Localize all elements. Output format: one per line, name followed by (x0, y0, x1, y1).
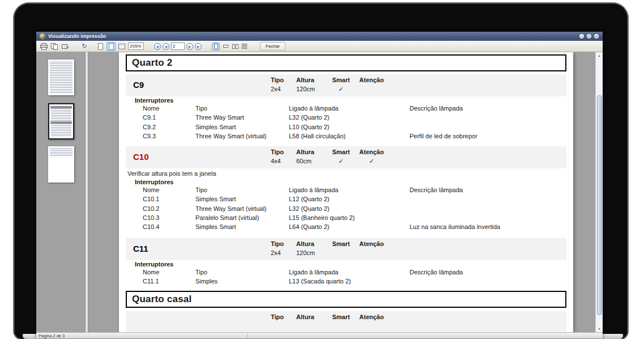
col-header-altura: Altura (296, 149, 314, 155)
cell-tipo: Three Way Smart (195, 114, 244, 121)
th-tipo: Tipo (195, 105, 207, 112)
single-page-layout-icon[interactable] (212, 43, 220, 50)
cell-nome: C10.3 (143, 214, 159, 221)
circuit-tipo: 2x4 (271, 249, 281, 256)
switch-table-title: Interruptores (135, 96, 566, 104)
th-ligado: Ligado à lâmpada (289, 269, 338, 276)
switch-table-title: Interruptores (135, 178, 566, 186)
refresh-icon[interactable]: ↻ (80, 42, 89, 51)
circuit-smart-check: ✓ (329, 158, 353, 165)
circuit-name: C11 (133, 244, 148, 253)
circuit-tipo: 4x4 (271, 158, 281, 164)
switch-table-c10: Interruptores Nome Tipo Ligado à lâmpada… (126, 178, 566, 232)
page-view-icon[interactable] (96, 42, 105, 51)
page-number-input[interactable] (171, 43, 185, 50)
circuit-altura: 60cm (296, 158, 312, 164)
cell-nome: C11.1 (143, 278, 159, 285)
th-nome: Nome (143, 269, 159, 276)
switch-table-c11: Interruptores Nome Tipo Ligado à lâmpada… (126, 260, 566, 287)
page-width-view-icon[interactable] (106, 42, 116, 51)
zoom-input[interactable] (128, 43, 144, 50)
vertical-scrollbar[interactable]: ▲ ▼ (595, 52, 603, 332)
full-page-view-icon[interactable] (117, 42, 126, 51)
refresh-group: ↻ (80, 42, 89, 51)
close-window-button[interactable]: × (594, 33, 599, 39)
switch-table-header: Nome Tipo Ligado à lâmpada Descrição lâm… (126, 104, 566, 113)
page-thumbnail-1[interactable] (48, 60, 74, 95)
next-page-button[interactable]: ▶ (186, 43, 193, 50)
thumbnail-sidebar (36, 52, 85, 332)
last-page-button[interactable]: ▶ (195, 43, 202, 50)
cell-nome: C9.1 (143, 114, 156, 121)
maximize-button[interactable]: □ (586, 33, 592, 39)
circuit-altura: 120cm (296, 86, 315, 92)
cell-tipo: Simples Smart (195, 196, 236, 202)
col-header-smart: Smart (329, 240, 353, 247)
circuit-header-c11: C11 Tipo Altura Smart Atenção 2x4 120cm (126, 238, 566, 260)
cell-lampada: L13 (Sacada quarto 2) (289, 278, 351, 285)
table-row: C10.2 Three Way Smart (virtual) L32 (Qua… (126, 205, 566, 214)
table-row: C9.3 Three Way Smart (virtual) L58 (Hall… (126, 132, 566, 141)
col-header-smart: Smart (329, 149, 353, 155)
cell-tipo: Simples (195, 278, 217, 285)
col-header-tipo: Tipo (271, 77, 284, 83)
cell-lampada: L64 (Quarto 2) (289, 223, 330, 230)
page-thumbnail-2-selected[interactable] (48, 103, 74, 139)
section-title-quarto-2: Quarto 2 (126, 54, 566, 71)
switch-table-title: Interruptores (135, 260, 566, 268)
content-area: Quarto 2 C9 Tipo Altura Smart Atenção 2x… (36, 52, 603, 332)
toolbar: ↻ ◀ ◀ ▶ ▶ Fechar (36, 41, 603, 52)
circuit-header-clipped: Tipo Altura Smart Atenção (126, 311, 566, 332)
app-icon (40, 33, 45, 39)
th-descricao: Descrição lâmpada (410, 105, 463, 112)
circuit-header-c10: C10 Tipo Altura Smart Atenção 4x4 60cm ✓… (126, 146, 566, 168)
cell-lampada: L32 (Quarto 2) (289, 114, 330, 121)
scroll-up-icon[interactable]: ▲ (598, 52, 601, 59)
circuit-name: C10 (133, 152, 149, 162)
copy-icon[interactable] (50, 42, 59, 51)
continuous-layout-icon[interactable] (221, 43, 229, 50)
col-header-altura: Altura (296, 77, 314, 83)
switch-table-header: Nome Tipo Ligado à lâmpada Descrição lâm… (126, 186, 566, 195)
print-icon[interactable] (39, 42, 48, 51)
circuit-altura: 120cm (296, 249, 315, 256)
col-header-atencao: Atenção (356, 149, 387, 155)
th-nome: Nome (143, 105, 159, 112)
cell-nome: C9.2 (143, 124, 156, 130)
circuit-atencao-check: ✓ (356, 158, 387, 165)
print-setup-icon[interactable] (61, 42, 70, 51)
col-header-smart: Smart (329, 77, 353, 83)
cell-tipo: Simples Smart (195, 223, 236, 230)
switch-table-header: Nome Tipo Ligado à lâmpada Descrição lâm… (126, 268, 566, 277)
scroll-down-icon[interactable]: ▼ (598, 325, 601, 332)
th-tipo: Tipo (195, 187, 207, 193)
document-area: Quarto 2 C9 Tipo Altura Smart Atenção 2x… (88, 52, 595, 332)
cell-nome: C9.3 (143, 133, 156, 139)
cell-lampada: L32 (Quarto 2) (289, 205, 330, 212)
table-row: C10.1 Simples Smart L12 (Quarto 2) (126, 195, 566, 204)
grid-layout-icon[interactable] (241, 43, 249, 50)
layout-group (212, 43, 249, 50)
window-controls: – □ × (579, 33, 599, 39)
scrollbar-thumb[interactable] (597, 95, 602, 315)
prev-page-button[interactable]: ◀ (163, 43, 169, 50)
th-descricao: Descrição lâmpada (410, 187, 463, 193)
table-row: C11.1 Simples L13 (Sacada quarto 2) (126, 277, 566, 286)
circuit-note: Verificar altura pois tem a janela (126, 170, 566, 178)
circuit-tipo: 2x4 (271, 86, 281, 92)
circuit-name: C9 (133, 80, 144, 90)
cell-lampada: L10 (Quarto 2) (289, 124, 330, 130)
col-header-atencao: Atenção (356, 240, 387, 247)
th-ligado: Ligado à lâmpada (289, 105, 338, 112)
col-header-atencao: Atenção (356, 77, 387, 83)
col-header-altura: Altura (296, 313, 314, 320)
col-header-tipo: Tipo (271, 149, 284, 155)
col-header-atencao: Atenção (356, 313, 387, 320)
cell-descricao: Luz na sanca iluminada invertida (410, 223, 500, 230)
th-nome: Nome (143, 187, 159, 193)
two-page-layout-icon[interactable] (231, 43, 239, 50)
fechar-button[interactable]: Fechar (260, 42, 285, 50)
first-page-button[interactable]: ◀ (154, 43, 161, 50)
minimize-button[interactable]: – (579, 33, 585, 39)
page-thumbnail-3[interactable] (48, 146, 74, 183)
